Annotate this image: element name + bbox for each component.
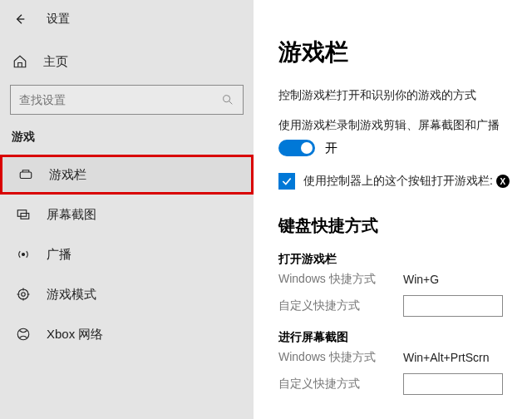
home-icon <box>12 53 28 70</box>
checkbox-label: 使用控制器上的这个按钮打开游戏栏: X <box>303 174 510 189</box>
back-button[interactable] <box>8 7 32 31</box>
gamebar-icon <box>17 166 34 183</box>
svg-point-5 <box>18 289 28 299</box>
nav-label: 屏幕截图 <box>47 207 96 223</box>
svg-point-0 <box>224 96 230 102</box>
xbox-button-icon: X <box>496 175 510 188</box>
nav-item-gamebar[interactable]: 游戏栏 <box>0 155 254 195</box>
captures-icon <box>15 206 32 223</box>
search-input[interactable] <box>19 93 221 106</box>
broadcast-icon <box>15 246 32 263</box>
home-label: 主页 <box>43 54 68 70</box>
category-label: 游戏 <box>0 115 254 151</box>
window-title: 设置 <box>47 12 70 27</box>
nav-item-captures[interactable]: 屏幕截图 <box>0 195 254 234</box>
gamemode-icon <box>15 286 32 303</box>
custom-shortcut-input-open[interactable] <box>403 295 503 317</box>
content-pane: 游戏栏 控制游戏栏打开和识别你的游戏的方式 使用游戏栏录制游戏剪辑、屏幕截图和广… <box>254 0 532 419</box>
svg-point-7 <box>17 328 29 340</box>
page-description: 控制游戏栏打开和识别你的游戏的方式 <box>278 88 515 103</box>
toggle-description: 使用游戏栏录制游戏剪辑、屏幕截图和广播 <box>278 118 515 133</box>
toggle-state-label: 开 <box>325 140 337 156</box>
section-heading: 键盘快捷方式 <box>278 214 515 237</box>
nav-item-xbox-network[interactable]: Xbox 网络 <box>0 314 254 354</box>
gamebar-toggle[interactable] <box>278 140 315 156</box>
xbox-icon <box>15 326 32 343</box>
nav-label: 游戏模式 <box>47 287 96 303</box>
search-icon <box>221 93 234 106</box>
arrow-left-icon <box>13 12 27 26</box>
page-heading: 游戏栏 <box>278 37 515 68</box>
group-open-gamebar: 打开游戏栏 <box>278 252 515 267</box>
win-shortcut-label: Windows 快捷方式 <box>278 272 403 287</box>
nav-label: 广播 <box>47 247 71 263</box>
custom-shortcut-input-screenshot[interactable] <box>403 373 503 395</box>
svg-rect-1 <box>20 172 32 179</box>
group-screenshot: 进行屏幕截图 <box>278 330 515 345</box>
nav-item-gamemode[interactable]: 游戏模式 <box>0 274 254 314</box>
check-icon <box>281 175 293 187</box>
svg-point-6 <box>22 293 26 297</box>
nav-item-broadcast[interactable]: 广播 <box>0 234 254 274</box>
win-shortcut-label: Windows 快捷方式 <box>278 350 403 365</box>
svg-point-4 <box>22 254 25 256</box>
home-button[interactable]: 主页 <box>0 45 254 78</box>
win-shortcut-value: Win+G <box>403 273 515 286</box>
custom-shortcut-label: 自定义快捷方式 <box>278 298 403 313</box>
nav-label: 游戏栏 <box>49 167 86 183</box>
win-shortcut-value: Win+Alt+PrtScrn <box>403 351 515 364</box>
search-box[interactable] <box>10 85 244 115</box>
custom-shortcut-label: 自定义快捷方式 <box>278 377 403 392</box>
nav-label: Xbox 网络 <box>47 327 103 343</box>
controller-open-checkbox[interactable] <box>278 173 295 190</box>
